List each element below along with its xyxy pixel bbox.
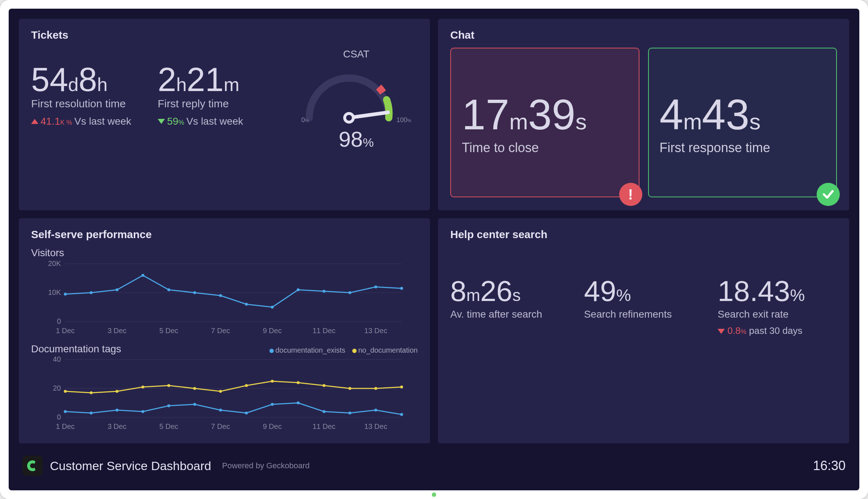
svg-text:20: 20: [53, 384, 61, 392]
first-resolution-metric: 54d8h First resolution time 41.1K % Vs l…: [31, 63, 154, 127]
svg-point-19: [141, 274, 144, 277]
svg-text:7 Dec: 7 Dec: [211, 422, 230, 430]
svg-point-49: [219, 409, 222, 412]
svg-point-50: [245, 412, 248, 414]
doctags-chart: Documentation tags documentation_exists …: [31, 343, 418, 432]
svg-text:10K: 10K: [48, 288, 61, 296]
svg-text:9 Dec: 9 Dec: [263, 422, 282, 430]
time-to-close-card: 17m39s Time to close !: [450, 48, 639, 197]
time-to-close-label: Time to close: [462, 140, 628, 155]
chat-panel: Chat 17m39s Time to close ! 4m43s First …: [438, 19, 849, 210]
arrow-down-icon: [158, 119, 165, 124]
svg-point-57: [64, 390, 67, 393]
svg-text:11 Dec: 11 Dec: [312, 422, 335, 430]
svg-point-56: [400, 413, 403, 416]
svg-point-48: [193, 403, 196, 406]
svg-text:40: 40: [53, 356, 61, 363]
svg-point-29: [400, 287, 403, 290]
exit-rate-label: Search exit rate: [718, 309, 837, 320]
svg-point-61: [167, 384, 170, 387]
svg-point-45: [116, 409, 119, 412]
first-resolution-compare: 41.1K % Vs last week: [31, 116, 154, 127]
avg-time-value: 8m26s: [450, 277, 570, 306]
legend-dot-blue-icon: [269, 349, 274, 353]
svg-text:1 Dec: 1 Dec: [56, 422, 75, 430]
svg-point-70: [400, 386, 403, 388]
footer: Customer Service Dashboard Powered by Ge…: [19, 451, 849, 480]
svg-point-60: [141, 386, 144, 388]
help-center-title: Help center search: [450, 228, 837, 241]
refinements-label: Search refinements: [584, 309, 703, 320]
svg-point-54: [348, 412, 351, 414]
time-to-close-value: 17m39s: [462, 93, 628, 136]
svg-point-66: [297, 381, 299, 384]
visitors-chart: Visitors 010K20K1 Dec3 Dec5 Dec7 Dec9 De…: [31, 247, 418, 336]
clock: 16:30: [813, 458, 846, 473]
exit-rate-value: 18.43%: [718, 277, 837, 306]
svg-text:7 Dec: 7 Dec: [211, 327, 230, 335]
gauge-icon: [295, 64, 403, 125]
self-serve-panel: Self-serve performance Visitors 010K20K1…: [19, 218, 430, 443]
svg-text:0: 0: [57, 413, 61, 421]
svg-text:5 Dec: 5 Dec: [159, 422, 178, 430]
refinements-metric: 49% Search refinements: [584, 277, 703, 320]
geckoboard-logo-icon: [22, 456, 43, 476]
svg-text:3 Dec: 3 Dec: [107, 327, 126, 335]
svg-point-26: [323, 290, 326, 293]
svg-point-63: [219, 390, 222, 393]
svg-point-25: [297, 288, 299, 291]
help-center-panel: Help center search 8m26s Av. time after …: [438, 218, 849, 443]
chat-title: Chat: [450, 29, 837, 41]
svg-point-53: [323, 410, 326, 413]
first-resolution-label: First resolution time: [31, 98, 154, 110]
svg-point-52: [297, 401, 299, 404]
tickets-title: Tickets: [31, 29, 418, 41]
svg-point-24: [271, 306, 274, 309]
svg-point-43: [64, 410, 67, 413]
arrow-down-icon: [718, 329, 725, 334]
svg-text:13 Dec: 13 Dec: [364, 422, 387, 430]
first-response-card: 4m43s First response time: [648, 48, 837, 197]
first-response-value: 4m43s: [660, 93, 826, 136]
self-serve-title: Self-serve performance: [31, 228, 418, 241]
avg-time-label: Av. time after search: [450, 309, 570, 320]
arrow-up-icon: [31, 119, 38, 124]
svg-point-58: [90, 391, 93, 394]
alert-icon: !: [619, 183, 642, 206]
svg-point-23: [245, 303, 248, 306]
first-response-label: First response time: [660, 140, 826, 155]
svg-point-67: [323, 384, 326, 387]
svg-text:13 Dec: 13 Dec: [364, 327, 387, 335]
svg-text:11 Dec: 11 Dec: [312, 327, 335, 335]
check-icon: [817, 183, 840, 206]
svg-point-62: [193, 387, 196, 390]
svg-point-22: [219, 294, 222, 297]
svg-point-20: [167, 288, 170, 291]
svg-point-21: [193, 291, 196, 294]
svg-text:5 Dec: 5 Dec: [159, 327, 178, 335]
tickets-panel: Tickets 54d8h First resolution time 41.1…: [19, 19, 430, 210]
tv-frame: Tickets 54d8h First resolution time 41.1…: [0, 0, 868, 499]
svg-point-68: [348, 387, 351, 390]
svg-text:1 Dec: 1 Dec: [56, 327, 75, 335]
svg-point-65: [271, 380, 274, 383]
doctags-line-chart: 020401 Dec3 Dec5 Dec7 Dec9 Dec11 Dec13 D…: [31, 356, 418, 432]
footer-title: Customer Service Dashboard: [50, 459, 211, 473]
dashboard-screen: Tickets 54d8h First resolution time 41.1…: [9, 9, 859, 490]
svg-text:3 Dec: 3 Dec: [107, 422, 126, 430]
first-reply-value: 2h21m: [158, 63, 273, 96]
legend-dot-yellow-icon: [352, 349, 357, 353]
svg-text:20K: 20K: [48, 260, 61, 267]
first-reply-metric: 2h21m First reply time 59% Vs last week: [158, 63, 273, 127]
visitors-chart-title: Visitors: [31, 247, 418, 259]
svg-point-18: [116, 288, 119, 291]
exit-rate-compare: 0.8% past 30 days: [718, 325, 837, 336]
first-reply-label: First reply time: [158, 98, 273, 110]
footer-subtitle: Powered by Geckoboard: [222, 461, 310, 470]
svg-point-69: [374, 387, 377, 390]
svg-point-55: [374, 409, 377, 412]
svg-point-28: [374, 285, 377, 288]
power-led-icon: [432, 492, 436, 497]
svg-point-59: [116, 390, 119, 393]
exit-rate-metric: 18.43% Search exit rate 0.8% past 30 day…: [718, 277, 837, 336]
